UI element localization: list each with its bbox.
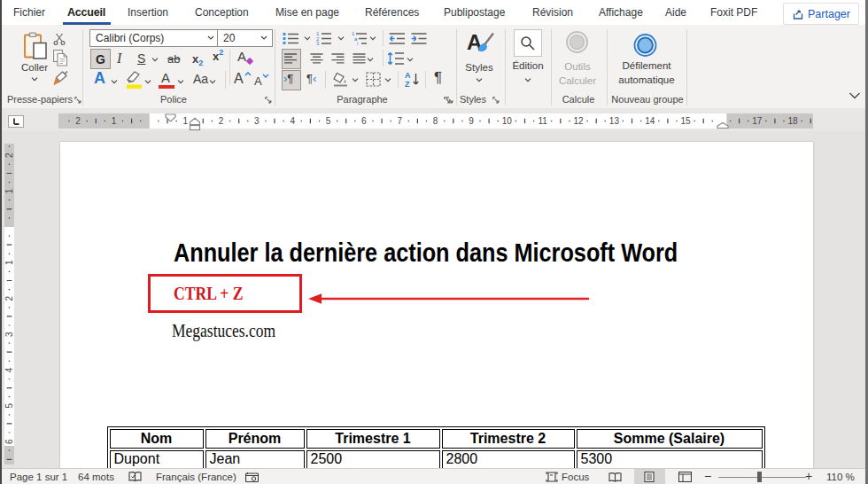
- svg-text:11: 11: [539, 116, 548, 126]
- svg-text:Z: Z: [405, 80, 410, 88]
- svg-text:5: 5: [4, 403, 14, 409]
- svg-text:9: 9: [469, 116, 474, 126]
- svg-text:3: 3: [254, 116, 260, 126]
- svg-text:4: 4: [290, 116, 295, 126]
- svg-text:10: 10: [502, 116, 513, 126]
- svg-text:13: 13: [609, 116, 620, 126]
- svg-text:2: 2: [75, 116, 81, 126]
- svg-text:3: 3: [316, 41, 320, 45]
- svg-text:1: 1: [4, 260, 14, 265]
- svg-text:4: 4: [4, 367, 14, 372]
- svg-text:1: 1: [4, 188, 14, 193]
- svg-text:2: 2: [4, 152, 14, 158]
- svg-text:12: 12: [573, 116, 584, 126]
- svg-text:2: 2: [219, 116, 224, 126]
- svg-text:17: 17: [752, 116, 763, 126]
- svg-text:3: 3: [4, 332, 14, 337]
- svg-text:18: 18: [788, 116, 799, 126]
- svg-text:15: 15: [680, 116, 691, 126]
- svg-text:2: 2: [4, 295, 14, 301]
- svg-text:5: 5: [326, 116, 331, 126]
- svg-text:8: 8: [433, 116, 438, 126]
- svg-text:7: 7: [397, 116, 402, 126]
- svg-text:6: 6: [361, 116, 367, 126]
- svg-text:A: A: [405, 71, 411, 80]
- svg-text:1: 1: [112, 116, 117, 126]
- svg-text:6: 6: [4, 439, 14, 444]
- svg-text:14: 14: [645, 116, 655, 126]
- svg-text:1: 1: [182, 116, 188, 126]
- svg-text:i: i: [357, 41, 358, 45]
